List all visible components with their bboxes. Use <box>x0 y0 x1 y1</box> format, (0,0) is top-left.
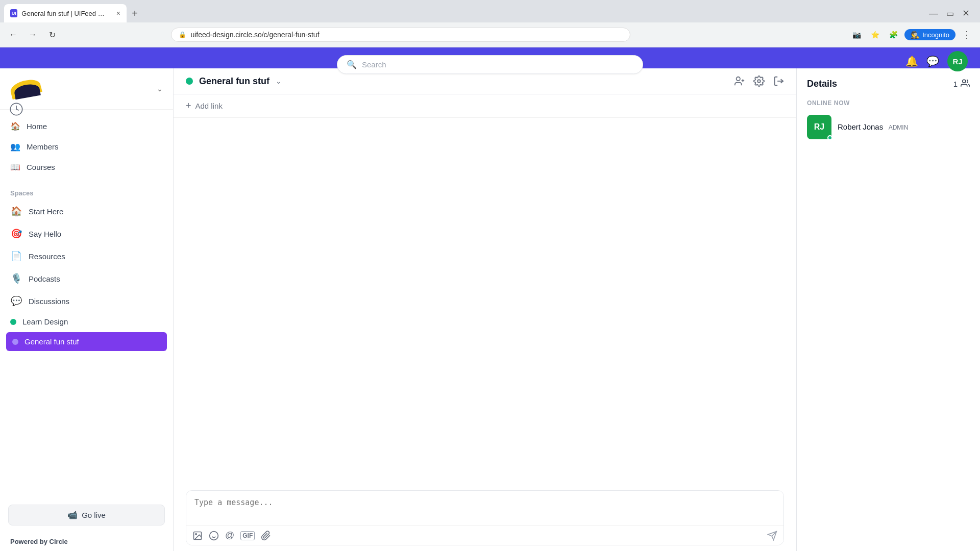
chat-input-area: @ GIF <box>186 490 784 545</box>
sidebar-item-courses[interactable]: 📖 Courses <box>0 157 173 177</box>
sidebar-item-resources-label: Resources <box>29 252 65 261</box>
powered-by-prefix: Powered by <box>10 538 50 545</box>
spaces-section: Spaces 🏠 Start Here 🎯 Say Hello 📄 Resour… <box>0 183 173 352</box>
spaces-label: Spaces <box>0 183 173 200</box>
member-item: RJ Robert Jonas ADMIN <box>807 115 970 139</box>
forward-button[interactable]: → <box>26 28 40 42</box>
add-link-button[interactable]: + Add link <box>186 101 784 111</box>
chat-header-actions <box>734 76 784 87</box>
bookmark-icon[interactable]: ⭐ <box>868 28 882 42</box>
address-bar[interactable]: 🔒 uifeed-design.circle.so/c/general-fun-… <box>171 28 630 42</box>
incognito-label: Incognito <box>922 31 949 39</box>
gif-icon[interactable]: GIF <box>240 531 255 540</box>
header-actions: 🔔 💬 RJ <box>905 51 968 71</box>
tab-close-icon[interactable]: × <box>116 9 120 17</box>
sidebar-item-courses-label: Courses <box>27 163 55 171</box>
member-initials: RJ <box>814 122 824 132</box>
member-count-number: 1 <box>953 80 958 88</box>
mention-icon[interactable]: @ <box>225 530 234 541</box>
camera-icon[interactable]: 📷 <box>849 28 864 42</box>
sidebar-item-members-label: Members <box>27 142 59 151</box>
notifications-icon[interactable]: 🔔 <box>905 55 918 67</box>
sidebar-item-home[interactable]: 🏠 Home <box>0 116 173 136</box>
sidebar-item-start-here-label: Start Here <box>29 207 63 216</box>
powered-by: Powered by Circle <box>0 532 173 551</box>
chat-message-input[interactable] <box>186 491 783 523</box>
sidebar-item-general-fun-stuf-label: General fun stuf <box>24 337 79 346</box>
plus-icon: + <box>186 101 191 111</box>
sidebar-nav: 🏠 Home 👥 Members 📖 Courses <box>0 110 173 183</box>
sidebar-chevron-down-icon[interactable]: ⌄ <box>157 85 163 93</box>
details-header: Details 1 <box>807 79 970 89</box>
sidebar-item-start-here[interactable]: 🏠 Start Here <box>0 200 173 222</box>
global-nav-icon[interactable] <box>9 102 23 118</box>
learn-design-dot-icon <box>10 319 16 325</box>
maximize-button[interactable]: ▭ <box>946 9 954 18</box>
sidebar-item-discussions-label: Discussions <box>29 297 69 306</box>
svg-point-0 <box>737 77 740 81</box>
resources-icon: 📄 <box>10 250 22 262</box>
exit-icon[interactable] <box>773 76 784 87</box>
channel-chevron-down-icon[interactable]: ⌄ <box>276 77 282 85</box>
details-title: Details <box>807 79 837 89</box>
new-tab-button[interactable]: + <box>127 5 143 21</box>
user-avatar-button[interactable]: RJ <box>947 51 968 71</box>
incognito-icon: 🕵️ <box>911 31 919 39</box>
app-container: Upgrade now and take advantage of our an… <box>0 47 980 551</box>
home-icon: 🏠 <box>10 121 20 131</box>
reload-button[interactable]: ↻ <box>45 28 59 42</box>
powered-by-brand: Circle <box>50 538 68 545</box>
courses-icon: 📖 <box>10 162 20 172</box>
discussions-icon: 💬 <box>10 295 22 307</box>
member-info: Robert Jonas ADMIN <box>838 122 908 132</box>
member-count-icon <box>961 79 970 89</box>
sidebar-item-general-fun-stuf[interactable]: General fun stuf <box>6 332 167 351</box>
tab-favicon: UI <box>10 9 17 17</box>
channel-online-dot <box>186 78 193 85</box>
url-text: uifeed-design.circle.so/c/general-fun-st… <box>190 31 319 39</box>
online-now-label: ONLINE NOW <box>807 99 970 107</box>
add-link-label: Add link <box>195 102 223 110</box>
member-name: Robert Jonas <box>838 122 883 131</box>
chat-input-toolbar: @ GIF <box>186 525 783 545</box>
image-upload-icon[interactable] <box>192 531 203 541</box>
app-search-bar[interactable]: 🔍 Search <box>337 55 643 74</box>
browser-toolbar-right: 📷 ⭐ 🧩 🕵️ Incognito ⋮ <box>849 28 974 42</box>
channel-name: General fun stuf <box>199 76 270 87</box>
svg-point-7 <box>210 531 218 540</box>
chat-area: General fun stuf ⌄ + <box>174 68 796 551</box>
emoji-icon[interactable] <box>209 531 219 541</box>
settings-icon[interactable] <box>753 76 765 87</box>
send-button[interactable] <box>767 531 777 541</box>
sidebar-item-learn-design[interactable]: Learn Design <box>0 312 173 331</box>
close-button[interactable]: ✕ <box>962 8 970 19</box>
incognito-button[interactable]: 🕵️ Incognito <box>904 29 955 40</box>
sidebar-item-discussions[interactable]: 💬 Discussions <box>0 290 173 312</box>
messages-icon[interactable]: 💬 <box>926 55 939 67</box>
menu-button[interactable]: ⋮ <box>960 28 974 42</box>
search-placeholder: Search <box>362 60 386 69</box>
sidebar-item-say-hello-label: Say Hello <box>29 230 61 238</box>
active-tab[interactable]: UI General fun stuf | UIFeed Design × <box>4 4 127 22</box>
general-fun-stuf-dot-icon <box>12 339 18 345</box>
sidebar-item-say-hello[interactable]: 🎯 Say Hello <box>0 222 173 245</box>
tab-title: General fun stuf | UIFeed Design <box>21 10 108 17</box>
go-live-icon: 📹 <box>67 510 78 520</box>
extensions-icon[interactable]: 🧩 <box>886 28 900 42</box>
svg-point-12 <box>963 80 966 83</box>
sidebar: ⌄ 🏠 Home 👥 Members 📖 Courses <box>0 68 174 551</box>
main-layout: ⌄ 🏠 Home 👥 Members 📖 Courses <box>0 68 980 551</box>
minimize-button[interactable]: — <box>929 8 938 19</box>
sidebar-item-members[interactable]: 👥 Members <box>0 136 173 157</box>
start-here-icon: 🏠 <box>10 205 22 217</box>
sidebar-item-podcasts-label: Podcasts <box>29 274 60 283</box>
go-live-label: Go live <box>82 511 106 519</box>
go-live-button[interactable]: 📹 Go live <box>8 505 165 525</box>
attach-icon[interactable] <box>261 531 271 541</box>
back-button[interactable]: ← <box>6 28 20 42</box>
svg-point-3 <box>757 80 761 83</box>
sidebar-item-podcasts[interactable]: 🎙️ Podcasts <box>0 267 173 290</box>
sidebar-item-resources[interactable]: 📄 Resources <box>0 245 173 267</box>
add-member-icon[interactable] <box>734 76 745 87</box>
details-panel: Details 1 ONLINE NOW RJ Robert Jonas ADM… <box>796 68 980 551</box>
